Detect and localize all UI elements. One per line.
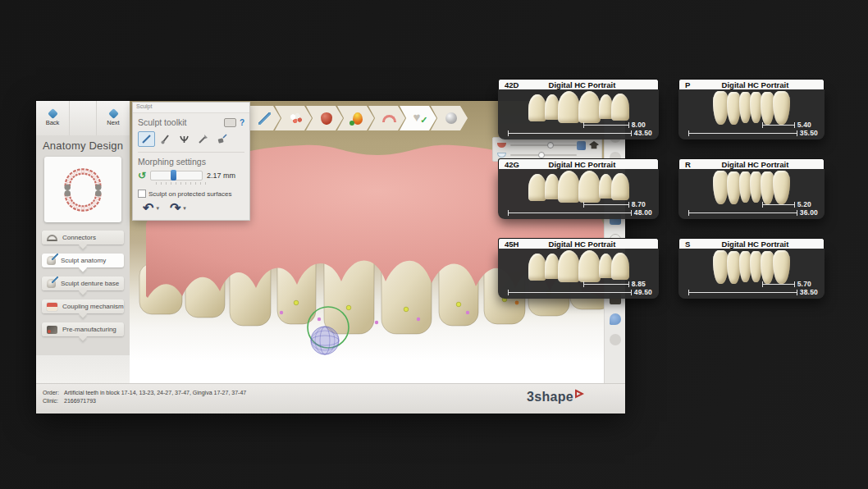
ruler-line	[508, 210, 632, 216]
tooth-shape	[713, 250, 729, 284]
redo-dropdown-caret[interactable]: ▾	[183, 205, 186, 212]
tool-wax-knife[interactable]	[157, 131, 174, 147]
card-header: 45H Digital HC Portrait	[498, 238, 659, 249]
clinic-label: Clinic:	[43, 397, 64, 405]
tool-smooth[interactable]	[194, 131, 212, 147]
ruler-line	[508, 290, 632, 295]
annotation-chat-icon[interactable]	[610, 313, 621, 325]
radius-slider[interactable]	[150, 171, 203, 181]
tool-morph[interactable]	[138, 131, 155, 147]
tooth-width-ruler: 5.70	[762, 280, 811, 288]
next-button[interactable]: Next	[97, 101, 130, 135]
logo-text: 3shape	[527, 390, 573, 404]
radius-slider-handle[interactable]	[171, 170, 176, 181]
mould-card-P[interactable]: 5.40 35.50 P Digital HC Portrait	[678, 79, 825, 139]
slider-ticks	[156, 182, 207, 185]
tooth-shape	[773, 91, 790, 125]
ruler-line	[583, 202, 629, 208]
pre-manufacturing-icon	[47, 326, 57, 334]
margin-point-orange	[515, 301, 519, 305]
mould-card-42G[interactable]: 8.70 48.00 42G Digital HC Portrait	[498, 158, 659, 219]
mould-card-S[interactable]: 5.70 38.50 S Digital HC Portrait	[678, 238, 825, 299]
slider-knob[interactable]	[538, 152, 545, 158]
mould-teeth-preview	[498, 91, 659, 123]
tooth-shape	[528, 174, 546, 201]
approve-heart-check-icon: ♥ ✓	[413, 112, 427, 125]
sidebar-item-connectors[interactable]: Connectors	[42, 231, 124, 244]
carve-claw-icon	[179, 134, 190, 144]
tooth-shape	[578, 171, 601, 203]
tooth-shape	[558, 250, 580, 282]
tooth-shape	[558, 91, 580, 123]
protect-surfaces-checkbox[interactable]	[138, 190, 146, 198]
card-header: S Digital HC Portrait	[678, 238, 825, 249]
tooth-width-value: 5.20	[797, 200, 811, 208]
card-header: R Digital HC Portrait	[678, 158, 825, 169]
divider	[138, 152, 244, 153]
anatomy-icon	[321, 112, 332, 125]
tooth-shape	[611, 253, 629, 280]
set-width-value: 35.50	[800, 129, 818, 137]
sidebar-item-label: Sculpt denture base	[61, 280, 119, 287]
gingiva-opacity-slider[interactable]	[510, 144, 577, 146]
tooth-width-ruler: 8.00	[583, 121, 646, 129]
back-button[interactable]: Back	[36, 101, 69, 135]
teeth-opacity-slider[interactable]	[510, 154, 577, 156]
sculpt-anatomy-icon	[47, 256, 56, 265]
mould-card-42D[interactable]: 8.00 43.50 42D Digital HC Portrait	[498, 79, 659, 139]
tool-stamp[interactable]	[213, 131, 231, 147]
expert-mode-icon[interactable]	[589, 141, 599, 150]
order-info: Order:Artificial teeth in block 17-14, 1…	[43, 389, 246, 405]
sidebar-item-coupling-mechanism[interactable]: Coupling mechanism	[42, 299, 124, 313]
paint-tool-icon[interactable]	[577, 141, 586, 150]
back-label: Back	[46, 119, 60, 126]
reset-radius-icon[interactable]: ↺	[138, 171, 146, 180]
card-body: 8.70 48.00	[498, 169, 659, 219]
tooth-shape	[713, 91, 729, 125]
dental-arch-overview[interactable]	[44, 157, 121, 222]
protect-surfaces-label: Sculpt on protected surfaces	[148, 190, 231, 198]
tooth-shape	[578, 91, 601, 123]
slider-knob[interactable]	[547, 142, 554, 149]
card-header: 42D Digital HC Portrait	[498, 79, 659, 89]
card-body: 5.40 35.50	[678, 89, 825, 139]
ruler-line	[688, 130, 797, 136]
help-icon[interactable]: ?	[240, 118, 244, 127]
tool-carve[interactable]	[176, 131, 193, 147]
set-width-ruler: 36.00	[688, 208, 818, 217]
order-value: Artificial teeth in block 17-14, 13-23, …	[64, 390, 246, 395]
tooth-shape	[599, 94, 613, 119]
mould-card-R[interactable]: 5.20 36.00 R Digital HC Portrait	[678, 158, 825, 219]
tooth-shape	[611, 173, 629, 200]
snapshot-icon[interactable]	[224, 118, 236, 127]
mould-code: 42G	[499, 160, 528, 169]
sidebar: Anatomy Design Connectors Sculpt anatomy	[36, 135, 130, 355]
tooth-shape	[611, 94, 629, 121]
check-glyph: ✓	[420, 115, 427, 126]
view-tool-icon[interactable]	[610, 334, 621, 345]
workflow-step-bar: ♥ ✓	[244, 106, 468, 130]
tooth-shape	[599, 174, 613, 199]
mould-code: 42D	[499, 80, 528, 89]
sculpt-panel: Sculpt Sculpt toolkit ?	[132, 102, 250, 221]
undo-button[interactable]: ↶	[143, 203, 153, 214]
sidebar-item-pre-manufacturing[interactable]: Pre-manufacturing	[42, 322, 124, 336]
card-header: P Digital HC Portrait	[678, 79, 825, 89]
sidebar-item-label: Sculpt anatomy	[61, 257, 106, 264]
tooth-width-ruler: 5.40	[762, 121, 811, 129]
pontic-icon	[353, 112, 363, 125]
undo-dropdown-caret[interactable]: ▾	[156, 205, 159, 212]
tooth-shape	[599, 254, 613, 278]
tooth-shape	[773, 171, 790, 204]
sidebar-item-sculpt-denture-base[interactable]: Sculpt denture base	[42, 276, 124, 290]
mould-title: Digital HC Portrait	[708, 240, 824, 249]
logo-triangle-icon	[574, 389, 584, 399]
redo-button[interactable]: ↷	[170, 203, 180, 214]
sidebar-item-sculpt-anatomy[interactable]: Sculpt anatomy	[42, 254, 124, 267]
gingiva-layer-icon	[497, 143, 506, 148]
mould-card-45H[interactable]: 8.85 49.50 45H Digital HC Portrait	[498, 238, 659, 299]
tooth-width-value: 8.85	[632, 280, 646, 288]
radius-value: 2.17 mm	[207, 171, 235, 180]
card-body: 5.20 36.00	[678, 169, 825, 219]
order-label: Order:	[43, 389, 64, 397]
